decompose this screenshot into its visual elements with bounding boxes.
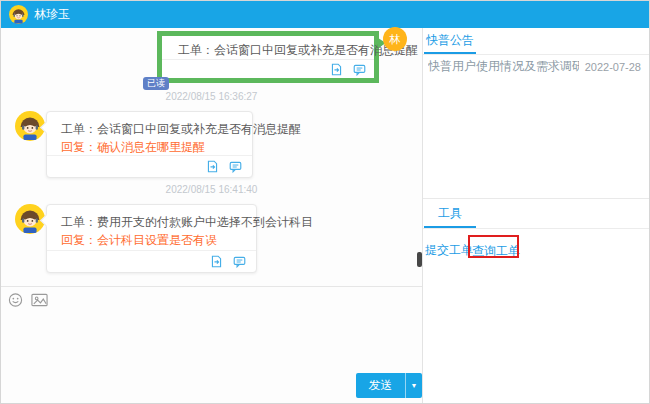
- comment-icon[interactable]: [353, 63, 366, 76]
- message-actions: [47, 250, 256, 272]
- message-title: 工单：会话窗口中回复或补充是否有消息提醒: [162, 36, 374, 59]
- sidebar-panel: 快普公告 快普用户使用情况及需求调研问卷 2022-07-28 工具 提交工单 …: [422, 28, 650, 404]
- send-options-dropdown[interactable]: ▼: [405, 373, 422, 398]
- agent-avatar-icon: [9, 5, 28, 24]
- image-icon[interactable]: [31, 292, 48, 308]
- submit-ticket-link[interactable]: 提交工单: [425, 242, 473, 259]
- read-status-badge: 已读: [143, 77, 169, 90]
- message-actions: [47, 155, 252, 177]
- comment-icon[interactable]: [229, 160, 242, 173]
- message-title: 工单：会话窗口中回复或补充是否有消息提醒: [61, 121, 238, 137]
- message-reply: 回复：确认消息在哪里提醒: [61, 139, 238, 155]
- tab-announcements[interactable]: 快普公告: [424, 28, 476, 54]
- composer-toolbar: [8, 292, 48, 308]
- chat-panel: 工单：会话窗口中回复或补充是否有消息提醒 林 已读 2022/08/15 16:…: [1, 28, 422, 404]
- user-initial-avatar: 林: [383, 27, 407, 51]
- comment-icon[interactable]: [233, 255, 246, 268]
- tools-tabbar: 工具: [423, 198, 650, 229]
- forward-ticket-icon[interactable]: [330, 63, 343, 76]
- chevron-down-icon: ▼: [411, 382, 418, 389]
- chat-user-name: 林珍玉: [34, 6, 70, 23]
- forward-ticket-icon[interactable]: [210, 255, 223, 268]
- titlebar: 林珍玉: [1, 1, 649, 28]
- emoji-icon[interactable]: [8, 292, 23, 308]
- announcement-list-item[interactable]: 快普用户使用情况及需求调研问卷 2022-07-28: [423, 58, 650, 75]
- incoming-message-bubble: 工单：会话窗口中回复或补充是否有消息提醒 回复：确认消息在哪里提醒: [46, 111, 253, 178]
- send-button[interactable]: 发送: [356, 373, 405, 398]
- app-window: 林珍玉 工单：会话窗口中回复或补充是否有消息提醒 林 已读 2022/08/15…: [0, 0, 650, 404]
- announcements-tabbar: 快普公告: [423, 28, 650, 55]
- announcement-title: 快普用户使用情况及需求调研问卷: [428, 58, 579, 75]
- message-timestamp: 2022/08/15 16:41:40: [1, 184, 422, 195]
- message-actions: [162, 59, 374, 78]
- message-title: 工单：费用开支的付款账户中选择不到会计科目: [61, 214, 242, 230]
- message-reply: 回复：会计科目设置是否有误: [61, 232, 242, 248]
- annotation-red-box: [468, 235, 519, 258]
- message-timestamp: 2022/08/15 16:36:27: [1, 91, 422, 102]
- tab-tools[interactable]: 工具: [424, 199, 476, 228]
- annotation-green-box: 工单：会话窗口中回复或补充是否有消息提醒: [157, 31, 379, 83]
- forward-ticket-icon[interactable]: [206, 160, 219, 173]
- announcement-date: 2022-07-28: [585, 61, 641, 73]
- send-button-group: 发送 ▼: [356, 373, 422, 398]
- composer-divider: [1, 286, 422, 287]
- incoming-message-bubble: 工单：费用开支的付款账户中选择不到会计科目 回复：会计科目设置是否有误: [46, 204, 257, 273]
